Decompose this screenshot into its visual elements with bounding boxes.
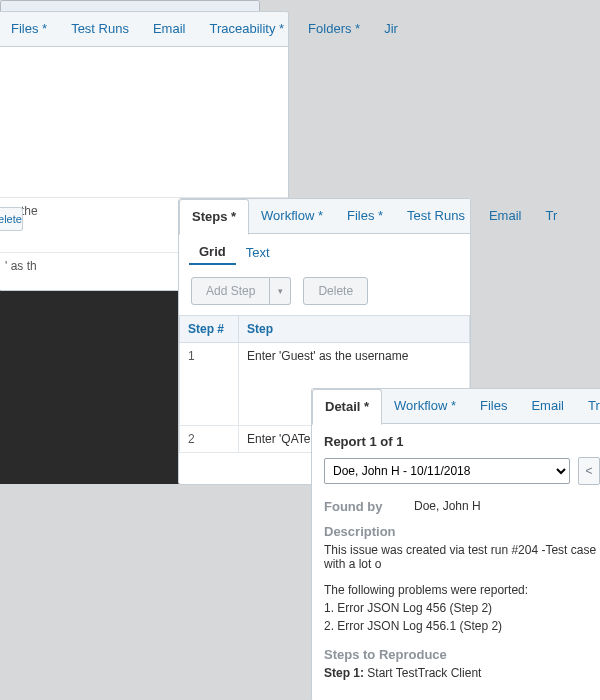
tab-traceability-cut[interactable]: Tr [533, 199, 569, 233]
tab-jira-cut[interactable]: Jir [372, 12, 410, 46]
description-line: The following problems were reported: [324, 583, 600, 597]
delete-fragment-button[interactable]: elete [0, 207, 23, 231]
repro-step-text: Start TestTrack Client [364, 666, 481, 680]
add-step-split-button[interactable]: Add Step ▾ [191, 277, 291, 305]
steps-tabbar: Steps * Workflow * Files * Test Runs Ema… [179, 199, 470, 234]
tab-folders[interactable]: Folders * [296, 12, 372, 46]
tab-traceability[interactable]: Traceability * [197, 12, 296, 46]
tab-detail[interactable]: Detail * [312, 389, 382, 425]
tab-files[interactable]: Files * [0, 12, 59, 46]
repro-step: Step 1: Start TestTrack Client [324, 666, 600, 680]
detail-content: Report 1 of 1 Doe, John H - 10/11/2018 <… [312, 424, 600, 694]
tab-steps[interactable]: Steps * [179, 199, 249, 235]
description-list-item: 2. Error JSON Log 456.1 (Step 2) [324, 619, 600, 633]
add-step-button[interactable]: Add Step [191, 277, 270, 305]
description-label: Description [324, 524, 600, 539]
tab-test-runs[interactable]: Test Runs [59, 12, 141, 46]
prev-report-button[interactable]: < [578, 457, 600, 485]
description-line: This issue was created via test run #204… [324, 543, 600, 571]
tab-email[interactable]: Email [141, 12, 198, 46]
repro-step-number: Step 1: [324, 666, 364, 680]
col-step[interactable]: Step [239, 316, 470, 343]
subtab-grid[interactable]: Grid [189, 240, 236, 265]
delete-step-button[interactable]: Delete [303, 277, 368, 305]
steps-toolbar: Add Step ▾ Delete [179, 265, 470, 315]
tab-workflow[interactable]: Workflow * [382, 389, 468, 423]
cell-step-number: 2 [180, 426, 239, 453]
tab-files[interactable]: Files * [335, 199, 395, 233]
detail-tabbar: Detail * Workflow * Files Email Traceabi… [312, 389, 600, 424]
found-by-value: Doe, John H [414, 499, 481, 514]
description-list-item: 1. Error JSON Log 456 (Step 2) [324, 601, 600, 615]
tab-traceability[interactable]: Traceability * [576, 389, 600, 423]
cell-step-number: 1 [180, 343, 239, 426]
report-author-select[interactable]: Doe, John H - 10/11/2018 [324, 458, 570, 484]
tab-email[interactable]: Email [477, 199, 534, 233]
back-tabbar: Files * Test Runs Email Traceability * F… [0, 12, 288, 47]
col-step-number[interactable]: Step # [180, 316, 239, 343]
detail-panel: Detail * Workflow * Files Email Traceabi… [311, 388, 600, 700]
add-step-dropdown[interactable]: ▾ [270, 277, 291, 305]
tab-files[interactable]: Files [468, 389, 519, 423]
report-count: Report 1 of 1 [324, 434, 600, 449]
tab-test-runs[interactable]: Test Runs [395, 199, 477, 233]
tab-workflow[interactable]: Workflow * [249, 199, 335, 233]
steps-subtabs: Grid Text [179, 234, 470, 265]
steps-to-reproduce-label: Steps to Reproduce [324, 647, 600, 662]
found-by-label: Found by [324, 499, 414, 514]
tab-email[interactable]: Email [519, 389, 576, 423]
subtab-text[interactable]: Text [236, 241, 280, 264]
